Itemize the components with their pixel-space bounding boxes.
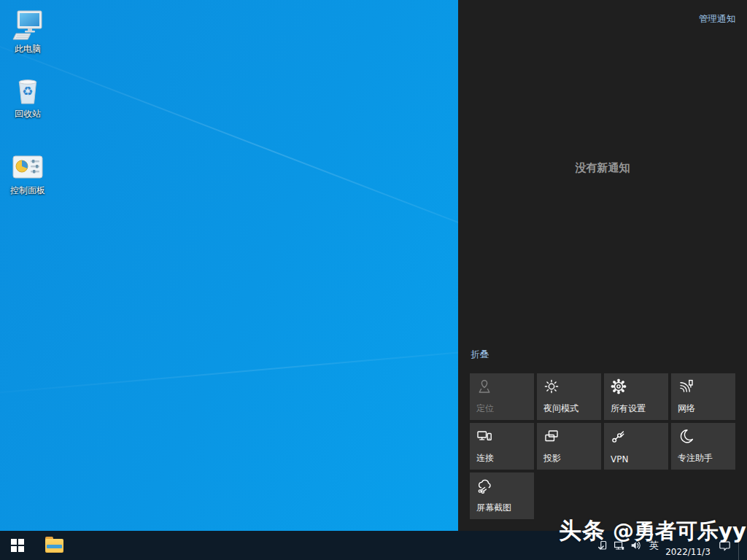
tile-label: 网络 — [678, 402, 695, 415]
desktop-background: 此电脑 ♻ 回收站 — [0, 0, 458, 531]
wallpaper-light-ray — [0, 340, 458, 398]
quick-action-tile-project[interactable]: 投影 — [537, 423, 601, 470]
quick-action-tile-focus-assist[interactable]: 专注助手 — [671, 423, 735, 470]
tile-label: 屏幕截图 — [476, 502, 511, 514]
night-mode-sun-icon — [543, 378, 560, 394]
tile-label: 投影 — [543, 452, 561, 464]
settings-gear-icon — [611, 378, 627, 394]
quick-action-tile-vpn[interactable]: VPN — [604, 423, 668, 470]
connect-devices-icon — [476, 428, 492, 444]
quick-action-tile-location[interactable]: 定位 — [470, 373, 534, 420]
quick-action-tile-all-settings[interactable]: 所有设置 — [604, 373, 668, 420]
desktop-icon-label: 控制面板 — [4, 185, 51, 195]
safely-remove-hardware-icon[interactable] — [596, 540, 608, 551]
file-explorer-button[interactable] — [38, 531, 70, 560]
manage-notifications-link[interactable]: 管理通知 — [699, 13, 735, 26]
tile-label: VPN — [611, 454, 628, 464]
location-icon — [476, 378, 492, 394]
taskbar: 英 2022/11/3 — [0, 531, 747, 560]
recycle-bin-icon: ♻ — [11, 74, 44, 107]
input-method-indicator[interactable]: 英 — [649, 539, 659, 552]
focus-assist-moon-icon — [678, 428, 694, 444]
desktop-icon-label: 此电脑 — [4, 44, 51, 54]
tile-label: 所有设置 — [611, 402, 646, 415]
vpn-icon — [611, 428, 627, 444]
taskbar-clock[interactable]: 2022/11/3 — [665, 531, 711, 560]
tile-label: 夜间模式 — [543, 402, 578, 415]
desktop-icon-this-pc[interactable]: 此电脑 — [4, 9, 51, 54]
quick-actions-grid: 定位 夜间模式 — [470, 373, 735, 519]
quick-action-tile-night-mode[interactable]: 夜间模式 — [537, 373, 601, 420]
screen: 此电脑 ♻ 回收站 — [0, 0, 747, 560]
project-screens-icon — [543, 428, 560, 444]
show-desktop-button[interactable] — [739, 531, 747, 560]
windows-logo-icon — [11, 539, 24, 552]
volume-icon[interactable] — [630, 540, 642, 551]
action-center-icon[interactable] — [719, 540, 731, 551]
screen-snip-icon — [476, 478, 492, 494]
this-pc-icon — [11, 9, 44, 42]
tile-label: 定位 — [476, 402, 494, 415]
desktop-icon-control-panel[interactable]: 控制面板 — [4, 150, 51, 195]
network-ethernet-icon[interactable] — [613, 540, 625, 551]
start-button[interactable] — [0, 531, 35, 560]
tile-label: 连接 — [476, 452, 494, 464]
system-tray: 英 2022/11/3 — [596, 531, 747, 560]
desktop-icon-label: 回收站 — [4, 109, 51, 119]
quick-action-tile-screen-snip[interactable]: 屏幕截图 — [470, 472, 534, 519]
quick-action-tile-network[interactable]: 网络 — [671, 373, 735, 420]
collapse-link[interactable]: 折叠 — [471, 349, 489, 361]
taskbar-date: 2022/11/3 — [665, 547, 711, 557]
svg-text:♻: ♻ — [22, 84, 33, 98]
control-panel-icon — [11, 150, 44, 184]
action-center-panel: 管理通知 没有新通知 折叠 定位 — [458, 0, 747, 531]
quick-action-tile-connect[interactable]: 连接 — [470, 423, 534, 470]
tile-label: 专注助手 — [678, 452, 713, 464]
desktop-icon-recycle-bin[interactable]: ♻ 回收站 — [4, 74, 51, 119]
wallpaper-light-ray — [0, 21, 458, 279]
no-notifications-message: 没有新通知 — [458, 161, 747, 175]
file-explorer-icon — [45, 539, 63, 553]
network-wifi-icon — [678, 378, 694, 394]
